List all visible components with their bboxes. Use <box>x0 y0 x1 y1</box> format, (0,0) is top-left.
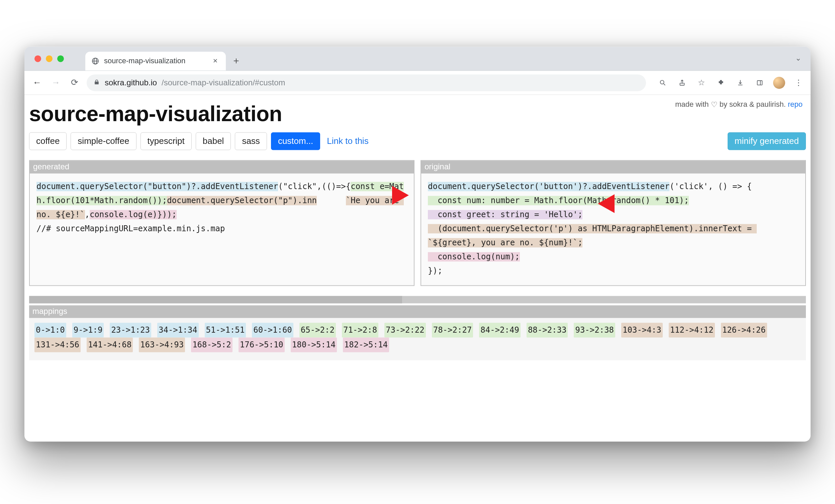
mapping-pill[interactable]: 141->4:68 <box>87 338 133 352</box>
annotation-arrow-right <box>372 182 409 209</box>
window-minimize-button[interactable] <box>46 55 53 62</box>
mapping-pill[interactable]: 88->2:33 <box>527 323 568 338</box>
page-content: made with ♡ by sokra & paulirish. repo s… <box>24 95 811 441</box>
window-controls <box>35 55 64 62</box>
example-typescript-button[interactable]: typescript <box>141 132 192 150</box>
orig-l2: const num: number = Math.floor(Math.rand… <box>428 196 689 205</box>
url-host: sokra.github.io <box>105 78 157 87</box>
repo-link[interactable]: repo <box>788 100 802 108</box>
search-icon[interactable] <box>657 77 669 89</box>
generated-panel-header: generated <box>30 161 414 174</box>
original-panel-header: original <box>421 161 805 174</box>
mapping-pill[interactable]: 168->5:2 <box>191 338 232 352</box>
example-simple-coffee-button[interactable]: simple-coffee <box>70 132 136 150</box>
tab-close-button[interactable]: ✕ <box>211 56 220 66</box>
side-panel-icon[interactable] <box>754 77 766 89</box>
minify-generated-button[interactable]: minify generated <box>728 132 806 150</box>
svg-rect-4 <box>757 80 762 85</box>
lock-icon <box>93 78 100 87</box>
mapping-pill[interactable]: 60->1:60 <box>252 323 293 338</box>
credit-prefix: made with <box>675 100 711 108</box>
kebab-menu-icon[interactable]: ⋮ <box>793 77 805 89</box>
gen-seg-comment: //# sourceMappingURL=example.min.js.map <box>37 224 225 234</box>
mapping-pill[interactable]: 176->5:10 <box>239 338 285 352</box>
credit-authors: by sokra & paulirish. <box>719 100 788 108</box>
mapping-pill[interactable]: 93->2:38 <box>574 323 615 338</box>
generated-panel: generated document.querySelector("button… <box>29 160 414 286</box>
share-icon[interactable] <box>676 77 688 89</box>
orig-l4a: (document.querySelector('p') as HTMLPara… <box>428 224 757 234</box>
orig-l3: const greet: string = 'Hello'; <box>428 210 583 220</box>
mapping-pill[interactable]: 71->2:8 <box>342 323 378 338</box>
window-maximize-button[interactable] <box>57 55 64 62</box>
example-custom-button[interactable]: custom... <box>271 132 320 150</box>
generated-code[interactable]: document.querySelector("button")?.addEve… <box>30 174 414 243</box>
mappings-scrollbar-track[interactable] <box>29 296 806 304</box>
window-close-button[interactable] <box>35 55 41 62</box>
heart-icon: ♡ <box>711 100 718 109</box>
mappings-body[interactable]: 0->1:09->1:923->1:2334->1:3451->1:5160->… <box>29 318 806 360</box>
mapping-pill[interactable]: 0->1:0 <box>35 323 66 338</box>
profile-avatar[interactable] <box>773 77 785 89</box>
mappings-section: mappings 0->1:09->1:923->1:2334->1:3451-… <box>24 296 811 360</box>
mapping-pill[interactable]: 9->1:9 <box>72 323 104 338</box>
extensions-icon[interactable] <box>715 77 727 89</box>
mapping-pill[interactable]: 163->4:93 <box>139 338 185 352</box>
orig-l6: console.log(num); <box>428 252 520 262</box>
browser-tab[interactable]: source-map-visualization ✕ <box>85 52 226 70</box>
mapping-pill[interactable]: 112->4:12 <box>669 323 715 338</box>
tab-strip: source-map-visualization ✕ ＋ ⌄ <box>24 46 811 70</box>
svg-point-2 <box>660 80 664 84</box>
bookmark-star-icon[interactable]: ☆ <box>695 77 708 89</box>
mappings-header: mappings <box>29 305 806 318</box>
link-to-this-link[interactable]: Link to this <box>327 136 368 146</box>
credit-line: made with ♡ by sokra & paulirish. repo <box>675 100 802 109</box>
mapping-pill[interactable]: 73->2:22 <box>384 323 426 338</box>
gen-seg-brown-a: document.querySelector("p").inn <box>167 196 317 205</box>
gen-seg-lp: ("click",(()=>{ <box>278 182 351 191</box>
gen-seg-brown-b: `He <box>346 196 360 205</box>
mapping-pill[interactable]: 180->5:14 <box>291 338 337 352</box>
mapping-pill[interactable]: 84->2:49 <box>479 323 521 338</box>
mapping-pill[interactable]: 131->4:56 <box>35 338 81 352</box>
example-sass-button[interactable]: sass <box>235 132 267 150</box>
back-button[interactable]: ← <box>30 76 44 89</box>
reload-button[interactable]: ⟳ <box>68 76 81 89</box>
mapping-pill[interactable]: 23->1:23 <box>110 323 151 338</box>
globe-icon <box>91 57 99 65</box>
mapping-pill[interactable]: 78->2:27 <box>432 323 473 338</box>
tabs-overflow-button[interactable]: ⌄ <box>795 54 801 63</box>
gen-seg-brown-d: ${e} <box>56 210 75 220</box>
example-babel-button[interactable]: babel <box>196 132 231 150</box>
mapping-pill[interactable]: 34->1:34 <box>157 323 199 338</box>
mapping-pill[interactable]: 51->1:51 <box>205 323 246 338</box>
mapping-pill[interactable]: 126->4:26 <box>721 323 767 338</box>
mapping-pill[interactable]: 103->4:3 <box>621 323 663 338</box>
forward-button[interactable]: → <box>49 76 63 89</box>
gen-seg-brown-e: !` <box>75 210 85 220</box>
original-panel: original document.querySelector('button'… <box>421 160 806 286</box>
downloads-icon[interactable] <box>734 77 746 89</box>
url-path: /source-map-visualization/#custom <box>162 78 285 87</box>
gen-seg-comma: , <box>85 210 90 220</box>
tab-title: source-map-visualization <box>104 57 185 65</box>
example-buttons-row: coffee simple-coffee typescript babel sa… <box>29 132 806 150</box>
example-coffee-button[interactable]: coffee <box>29 132 66 150</box>
browser-toolbar: ← → ⟳ sokra.github.io/source-map-visuali… <box>24 70 811 95</box>
new-tab-button[interactable]: ＋ <box>230 55 242 66</box>
mapping-pill[interactable]: 182->5:14 <box>343 338 389 352</box>
toolbar-right-icons: ☆ ⋮ <box>657 77 805 89</box>
mapping-pill[interactable]: 65->2:2 <box>300 323 336 338</box>
gen-seg-blue: document.querySelector("button")?.addEve… <box>37 182 278 191</box>
orig-l1-blue: document.querySelector('button')?.addEve… <box>428 182 669 191</box>
gen-seg-pink: console.log(e)})); <box>90 210 177 220</box>
orig-l7: }); <box>428 266 442 276</box>
orig-l1-tail: ('click', () => { <box>669 182 752 191</box>
address-bar[interactable]: sokra.github.io/source-map-visualization… <box>87 74 646 91</box>
code-panels: generated document.querySelector("button… <box>29 160 806 286</box>
annotation-arrow-left <box>598 190 635 217</box>
orig-l5: `${greet}, you are no. ${num}!`; <box>428 238 583 248</box>
